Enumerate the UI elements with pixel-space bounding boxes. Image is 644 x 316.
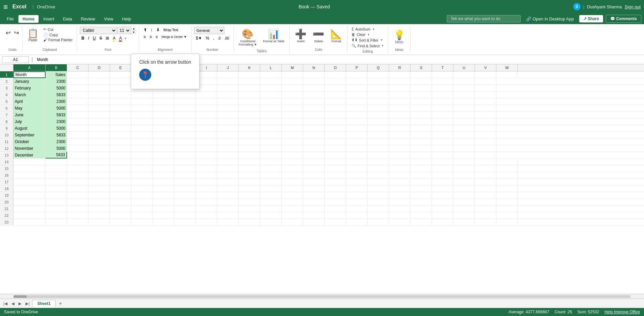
font-family-select[interactable]: Calibri (80, 27, 117, 34)
row-header-13[interactable]: 13 (0, 152, 13, 158)
col-header-d[interactable]: D (89, 64, 110, 71)
cell-b12[interactable]: 5000 (46, 145, 67, 152)
col-header-u[interactable]: U (453, 64, 475, 71)
cell-b1[interactable]: Sales (46, 71, 67, 78)
cell-b5[interactable]: 2300 (46, 98, 67, 105)
cell-d1[interactable] (89, 71, 110, 78)
scrollbar-track[interactable] (13, 295, 631, 298)
menu-view[interactable]: View (100, 15, 117, 23)
col-header-r[interactable]: R (389, 64, 411, 71)
row-header-1[interactable]: 1 (0, 71, 13, 78)
cell-a2[interactable]: January (13, 78, 46, 85)
insert-button[interactable]: ➕ Insert (292, 27, 309, 45)
corner-cell[interactable] (0, 64, 13, 71)
font-dropdown-arrow[interactable]: ▼ (124, 37, 127, 40)
app-grid-icon[interactable]: ⊞ (3, 4, 8, 10)
paste-button[interactable]: 📋 Paste (25, 27, 41, 44)
cell-a1[interactable]: Month (13, 71, 46, 78)
cell-ref-input[interactable] (2, 56, 29, 63)
cell-c1[interactable] (67, 71, 89, 78)
menu-data[interactable]: Data (59, 15, 76, 23)
cell-b8[interactable]: 2300 (46, 118, 67, 125)
col-header-n[interactable]: N (303, 64, 325, 71)
align-center-button[interactable]: ≡ (148, 34, 154, 40)
cell-q1[interactable] (368, 71, 389, 78)
conditional-formatting-button[interactable]: 🎨 ConditionalFormatting ▼ (236, 27, 259, 48)
font-inc-button[interactable]: ▲ (131, 27, 136, 30)
bold-button[interactable]: B (80, 35, 86, 41)
sheet-tab-sheet1[interactable]: Sheet1 (32, 300, 55, 307)
col-header-e[interactable]: E (110, 64, 131, 71)
undo-button[interactable]: ↩ (5, 28, 12, 38)
cell-a9[interactable]: August (13, 125, 46, 132)
menu-home[interactable]: Home (18, 15, 39, 23)
cell-t1[interactable] (432, 71, 453, 78)
cell-a6[interactable]: May (13, 105, 46, 112)
italic-button[interactable]: I (86, 35, 91, 41)
cut-button[interactable]: ✂ Cut (42, 27, 74, 32)
skype-icon[interactable]: S (573, 3, 581, 10)
wrap-text-button[interactable]: Wrap Text (162, 27, 180, 33)
col-header-o[interactable]: O (325, 64, 346, 71)
cell-b9[interactable]: 5000 (46, 125, 67, 132)
col-header-p[interactable]: P (346, 64, 368, 71)
col-header-k[interactable]: K (239, 64, 260, 71)
menu-file[interactable]: File (3, 15, 18, 23)
tell-me-input[interactable] (447, 15, 521, 22)
cell-l1[interactable] (260, 71, 282, 78)
align-top-button[interactable]: ⬆ (142, 27, 149, 33)
row-header-6[interactable]: 6 (0, 105, 13, 111)
dollar-button[interactable]: $▼ (194, 35, 204, 41)
col-header-v[interactable]: V (475, 64, 496, 71)
sign-out-button[interactable]: Sign out (625, 4, 641, 9)
fill-color-button[interactable]: A (111, 35, 117, 41)
align-right-button[interactable]: ≡ (154, 34, 160, 40)
cell-b11[interactable]: 2300 (46, 138, 67, 145)
menu-review[interactable]: Review (77, 15, 99, 23)
col-header-q[interactable]: Q (368, 64, 389, 71)
add-sheet-button[interactable]: + (57, 301, 64, 307)
comma-button[interactable]: , (211, 35, 216, 41)
cell-a3[interactable]: February (13, 85, 46, 91)
row-header-3[interactable]: 3 (0, 85, 13, 91)
cell-n1[interactable] (303, 71, 325, 78)
cell-b10[interactable]: 5833 (46, 132, 67, 138)
cell-o1[interactable] (325, 71, 346, 78)
underline-button[interactable]: U (91, 35, 98, 41)
percent-button[interactable]: % (204, 35, 211, 41)
format-painter-button[interactable]: 🖌 Format Painter (42, 38, 74, 42)
cell-e1[interactable] (110, 71, 131, 78)
formula-input[interactable] (36, 57, 642, 63)
align-middle-button[interactable]: ↕ (149, 27, 154, 33)
align-left-button[interactable]: ≡ (142, 34, 148, 40)
sort-filter-button[interactable]: ⬆⬇ Sort & Filter ▼ (350, 38, 385, 43)
clear-button[interactable]: 🗑 Clear ▼ (350, 32, 385, 37)
col-header-l[interactable]: L (260, 64, 282, 71)
cell-b13[interactable]: 5833 (46, 152, 67, 159)
format-table-button[interactable]: 📊 Format as Table (261, 27, 287, 45)
col-header-a[interactable]: A (13, 64, 46, 71)
dec-increase-button[interactable]: .0 (216, 36, 222, 41)
cell-b2[interactable]: 2300 (46, 78, 67, 85)
cell-j1[interactable] (217, 71, 239, 78)
number-format-select[interactable]: General (194, 27, 224, 34)
cell-b3[interactable]: 5000 (46, 85, 67, 91)
font-dec-button[interactable]: ▼ (131, 30, 136, 34)
row-header-8[interactable]: 8 (0, 118, 13, 125)
borders-button[interactable]: ⊞ (104, 35, 111, 41)
row-header-7[interactable]: 7 (0, 112, 13, 118)
col-header-t[interactable]: T (432, 64, 453, 71)
cell-a5[interactable]: April (13, 98, 46, 105)
cell-k1[interactable] (239, 71, 260, 78)
redo-button[interactable]: ↪ (13, 28, 20, 38)
row-header-12[interactable]: 12 (0, 145, 13, 151)
font-color-button[interactable]: A (117, 35, 123, 41)
menu-insert[interactable]: Insert (39, 15, 58, 23)
cell-r1[interactable] (389, 71, 411, 78)
cell-a13[interactable]: December (13, 152, 46, 159)
row-header-4[interactable]: 4 (0, 91, 13, 98)
open-desktop-button[interactable]: 🔗 Open in Desktop App (523, 15, 576, 23)
help-improve[interactable]: Help Improve Office (604, 310, 640, 314)
copy-button[interactable]: 📄 Copy (42, 32, 74, 37)
dec-decrease-button[interactable]: .00 (223, 36, 231, 41)
